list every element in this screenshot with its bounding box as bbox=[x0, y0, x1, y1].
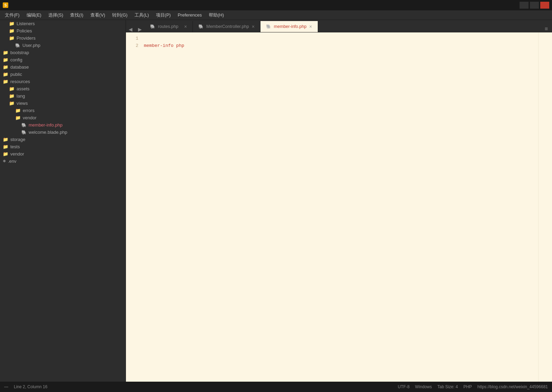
sidebar-folder-errors[interactable]: 📁errors bbox=[0, 107, 126, 114]
menu-item-g[interactable]: 转到(G) bbox=[109, 11, 131, 20]
sidebar-folder-policies[interactable]: 📁Policies bbox=[0, 27, 126, 34]
sidebar-folder-lang[interactable]: 📁lang bbox=[0, 92, 126, 100]
sidebar-item-label: assets bbox=[17, 86, 30, 91]
sidebar-folder-storage[interactable]: 📁storage bbox=[0, 136, 126, 143]
sidebar-item-label: errors bbox=[23, 108, 34, 113]
tab-label: member-info.php bbox=[274, 24, 307, 29]
sidebar[interactable]: 📁Listeners📁Policies📁Providers🐘User.php📁b… bbox=[0, 20, 126, 382]
line-numbers: 12 bbox=[126, 32, 140, 382]
minimize-button[interactable] bbox=[520, 2, 529, 9]
menu-item-e[interactable]: 编辑(E) bbox=[23, 11, 45, 20]
tab-member-info-php[interactable]: 🐘member-info.php× bbox=[260, 21, 318, 32]
tabs-more-button[interactable]: ≡ bbox=[541, 26, 552, 32]
menu-item-p[interactable]: 项目(P) bbox=[152, 11, 174, 20]
folder-icon: 📁 bbox=[3, 57, 8, 62]
folder-icon: 📁 bbox=[9, 93, 14, 99]
statusbar-item-4[interactable]: https://blog.csdn.net/weixin_44596681 bbox=[477, 384, 548, 389]
main-layout: 📁Listeners📁Policies📁Providers🐘User.php📁b… bbox=[0, 20, 552, 382]
sidebar-folder-resources[interactable]: 📁resources bbox=[0, 78, 126, 85]
sidebar-item-label: .env bbox=[8, 159, 17, 164]
statusbar-item-2[interactable]: Tab Size: 4 bbox=[437, 384, 458, 389]
window-controls bbox=[520, 2, 549, 9]
sidebar-folder-tests[interactable]: 📁tests bbox=[0, 143, 126, 150]
sidebar-folder-views[interactable]: 📁views bbox=[0, 100, 126, 107]
sidebar-folder-vendor[interactable]: 📁vendor bbox=[0, 114, 126, 121]
folder-icon: 📁 bbox=[9, 36, 14, 41]
sidebar-item-label: vendor bbox=[10, 151, 24, 157]
sidebar-folder-bootstrap[interactable]: 📁bootstrap bbox=[0, 49, 126, 56]
editor-area: 12 member-info php bbox=[126, 32, 552, 382]
sidebar-file-member-info-php[interactable]: 🐘member-info.php bbox=[0, 121, 126, 129]
statusbar-position[interactable]: Line 2, Column 16 bbox=[14, 384, 47, 389]
statusbar-item-0[interactable]: UTF-8 bbox=[398, 384, 410, 389]
folder-icon: 📁 bbox=[3, 151, 8, 157]
sidebar-folder-listeners[interactable]: 📁Listeners bbox=[0, 20, 126, 27]
line-number: 1 bbox=[127, 35, 138, 42]
tab-label: MemberController.php bbox=[206, 24, 249, 29]
folder-icon: 📁 bbox=[3, 50, 8, 55]
menubar: 文件(F)编辑(E)选择(S)查找(I)查看(V)转到(G)工具(L)项目(P)… bbox=[0, 10, 552, 20]
sidebar-file--env[interactable]: ✱.env bbox=[0, 158, 126, 165]
titlebar: S bbox=[0, 0, 552, 10]
sidebar-file-user-php[interactable]: 🐘User.php bbox=[0, 42, 126, 49]
file-tab-icon: 🐘 bbox=[198, 24, 204, 29]
sidebar-item-label: views bbox=[17, 101, 28, 106]
tab-routes-php[interactable]: 🐘routes.php× bbox=[145, 21, 193, 32]
statusbar-item-1[interactable]: Windows bbox=[415, 384, 432, 389]
sidebar-folder-assets[interactable]: 📁assets bbox=[0, 85, 126, 92]
menu-item-h[interactable]: 帮助(H) bbox=[205, 11, 227, 20]
php-file-icon: 🐘 bbox=[21, 130, 27, 135]
sidebar-folder-database[interactable]: 📁database bbox=[0, 63, 126, 71]
folder-icon: 📁 bbox=[9, 28, 14, 33]
menu-item-preferences[interactable]: Preferences bbox=[174, 11, 205, 19]
sidebar-item-label: public bbox=[10, 72, 22, 77]
folder-icon: 📁 bbox=[9, 101, 14, 106]
statusbar-dash-icon: — bbox=[4, 384, 8, 389]
sidebar-item-label: Policies bbox=[17, 28, 32, 33]
folder-icon: 📁 bbox=[15, 108, 21, 113]
sidebar-item-label: Listeners bbox=[17, 21, 35, 26]
close-button[interactable] bbox=[540, 2, 549, 9]
menu-item-i[interactable]: 查找(I) bbox=[67, 11, 87, 20]
menu-item-f[interactable]: 文件(F) bbox=[1, 11, 23, 20]
sidebar-file-welcome-blade-php[interactable]: 🐘welcome.blade.php bbox=[0, 129, 126, 136]
statusbar: —Line 2, Column 16UTF-8WindowsTab Size: … bbox=[0, 382, 552, 392]
sidebar-item-label: tests bbox=[10, 144, 20, 149]
file-tab-icon: 🐘 bbox=[150, 24, 155, 29]
statusbar-left: —Line 2, Column 16 bbox=[4, 384, 47, 389]
menu-item-s[interactable]: 选择(S) bbox=[45, 11, 67, 20]
code-editor[interactable]: member-info php bbox=[140, 32, 538, 382]
maximize-button[interactable] bbox=[530, 2, 539, 9]
sidebar-item-label: welcome.blade.php bbox=[29, 130, 67, 135]
sidebar-item-label: member-info.php bbox=[29, 122, 62, 128]
sidebar-item-label: resources bbox=[10, 79, 30, 84]
sidebar-item-label: config bbox=[10, 57, 22, 62]
menu-item-l[interactable]: 工具(L) bbox=[131, 11, 152, 20]
tab-close-button[interactable]: × bbox=[252, 24, 255, 29]
code-line: member-info php bbox=[144, 42, 534, 50]
line-number: 2 bbox=[127, 42, 138, 50]
statusbar-right: UTF-8WindowsTab Size: 4PHPhttps://blog.c… bbox=[398, 384, 548, 389]
sidebar-folder-providers[interactable]: 📁Providers bbox=[0, 34, 126, 42]
tabs-bar: ◀▶🐘routes.php×🐘MemberController.php×🐘mem… bbox=[126, 20, 552, 32]
tab-label: routes.php bbox=[158, 24, 178, 29]
app-icon: S bbox=[3, 2, 8, 8]
folder-icon: 📁 bbox=[3, 72, 8, 77]
statusbar-item-3[interactable]: PHP bbox=[463, 384, 472, 389]
tab-nav-next[interactable]: ▶ bbox=[135, 27, 145, 32]
file-tab-icon: 🐘 bbox=[266, 24, 271, 29]
folder-icon: 📁 bbox=[9, 21, 14, 26]
tab-close-button[interactable]: × bbox=[184, 24, 187, 29]
sidebar-folder-config[interactable]: 📁config bbox=[0, 56, 126, 63]
tab-membercontroller-php[interactable]: 🐘MemberController.php× bbox=[193, 21, 260, 32]
minimap bbox=[538, 32, 552, 382]
sidebar-folder-vendor[interactable]: 📁vendor bbox=[0, 150, 126, 158]
sidebar-item-label: bootstrap bbox=[10, 50, 29, 55]
php-file-icon: 🐘 bbox=[21, 123, 27, 128]
sidebar-folder-public[interactable]: 📁public bbox=[0, 71, 126, 78]
tab-nav-prev[interactable]: ◀ bbox=[126, 27, 135, 32]
tab-close-button[interactable]: × bbox=[309, 24, 312, 29]
sidebar-item-label: storage bbox=[10, 137, 25, 142]
sidebar-item-label: database bbox=[10, 64, 29, 70]
menu-item-v[interactable]: 查看(V) bbox=[87, 11, 109, 20]
